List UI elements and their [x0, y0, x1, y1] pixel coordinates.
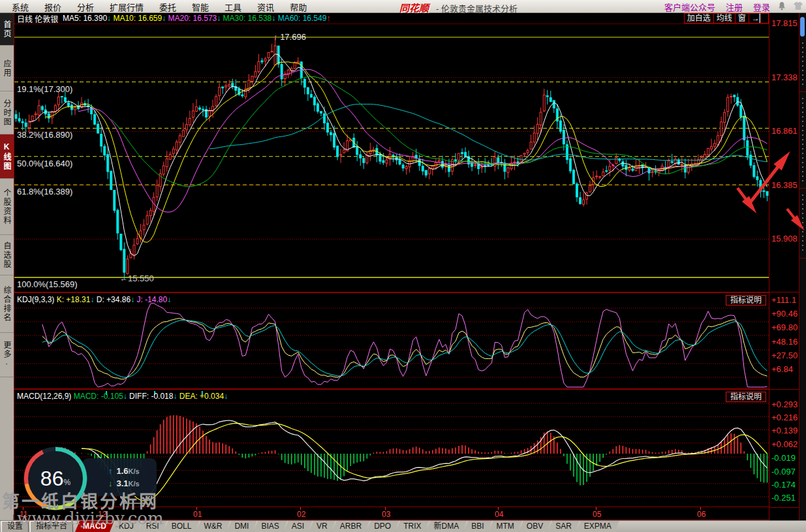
peak-price-label: ↑ 17.696 [273, 32, 306, 42]
macd-axis-label-1: +0.216 [771, 413, 798, 422]
sidebar-filler [0, 377, 14, 514]
sidebar-item-7[interactable]: 更多· [0, 333, 14, 377]
sidebar-item-5[interactable]: 自选股 [0, 235, 14, 275]
menu-bar: 系统报价分析扩展行情委托智能工具资讯帮助 [4, 0, 315, 13]
price-axis-label-1: 17.338 [771, 72, 798, 82]
macd-axis-label-7: -0.251 [771, 493, 796, 503]
kdj-indicator-help-button[interactable]: 指标说明 [726, 295, 766, 305]
tab-dpo[interactable]: DPO [366, 521, 399, 532]
title-bar: 系统报价分析扩展行情委托智能工具资讯帮助 同花顺 - 伦敦贵金属技术分析 客户端… [0, 0, 806, 13]
account-link-0[interactable]: 客户端公众号 [664, 1, 715, 13]
price-axis-column: 17.81517.33816.86116.38515.908+111.1+90.… [769, 13, 799, 520]
health-gauge[interactable]: 86 % [23, 446, 87, 510]
sidebar-item-1[interactable]: 应用 [0, 46, 14, 91]
app-logo: 同花顺 [399, 1, 429, 14]
tab-boll[interactable]: BOLL [164, 521, 200, 532]
upload-arrow-icon: ↑ [108, 466, 113, 476]
month-label-1: 12 [98, 510, 106, 519]
tab-dmi[interactable]: DMI [226, 521, 256, 532]
month-label-3: 02 [297, 510, 305, 519]
fib-label-4: 100.0%(15.569) [17, 279, 78, 289]
ma-trend-arrow-4: ↑ [326, 14, 330, 23]
tabbar-button-1[interactable]: 指标平台 [30, 521, 73, 532]
macd-axis-label-5: -0.097 [771, 467, 796, 477]
header-button-2[interactable]: 窗 [735, 13, 749, 23]
price-axis-label-2: 16.861 [771, 126, 798, 136]
month-label-2: 01 [193, 510, 202, 519]
left-sidebar: 首页应用分时图K线图个股资料自选股综合排名更多· [0, 13, 14, 520]
tab-vr[interactable]: VR [309, 521, 335, 532]
ma-legend-2: MA20: 16.573 [166, 14, 217, 23]
month-label-6: 05 [593, 510, 601, 519]
month-label-7: 06 [697, 510, 705, 519]
notification-bell-icon[interactable] [777, 1, 786, 11]
account-link-1[interactable]: 注册 [726, 1, 743, 13]
sidebar-item-2[interactable]: 分时图 [0, 91, 14, 134]
tab-macd[interactable]: MACD [75, 521, 114, 532]
sidebar-item-3[interactable]: K线图 [0, 134, 14, 179]
collapse-panel-icon[interactable]: →▏ [749, 13, 769, 23]
time-axis: 1112010203040506 [14, 507, 769, 520]
tab-bbi[interactable]: BBI [463, 521, 491, 532]
period-label[interactable]: 日线 [14, 13, 33, 24]
tab-arbr[interactable]: ARBR [332, 521, 369, 532]
ma-legend-4: MA60: 16.549 [275, 14, 326, 23]
tabbar-button-0[interactable]: 设置 [1, 521, 29, 532]
menu-item-2[interactable]: 分析 [69, 1, 102, 13]
ma-legend-0: MA5: 16.390 [61, 14, 107, 23]
trough-price-label: ←15.550 [119, 274, 154, 283]
tab-w-r[interactable]: W&R [196, 521, 230, 532]
kdj-axis-label-2: +69.80 [771, 322, 798, 332]
month-label-0: 11 [20, 510, 27, 519]
tab--dma[interactable]: 新DMA [426, 521, 467, 532]
right-collapsed-panel[interactable] [799, 13, 806, 520]
scrollbar-thumb[interactable] [800, 17, 805, 37]
tab-bias[interactable]: BIAS [253, 521, 287, 532]
gauge-percent: 86 [40, 467, 64, 491]
fib-label-0: 19.1%(17.300) [17, 84, 72, 94]
sidebar-item-6[interactable]: 综合排名 [0, 275, 14, 333]
header-button-0[interactable]: 加自选 [684, 13, 714, 23]
chart-header: 日线 伦敦银 MA5: 16.390↓ MA10: 16.659↓ MA20: … [14, 13, 769, 24]
price-axis-label-3: 16.385 [771, 180, 798, 190]
kdj-axis-label-0: +111.1 [771, 295, 796, 305]
tab-obv[interactable]: OBV [519, 521, 551, 532]
fib-label-2: 50.0%(16.640) [17, 159, 72, 168]
price-axis-label-4: 15.908 [771, 234, 798, 243]
tab-asi[interactable]: ASI [284, 521, 312, 532]
tab-mtm[interactable]: MTM [489, 521, 522, 532]
sidebar-item-4[interactable]: 个股资料 [0, 179, 14, 235]
sidebar-item-0[interactable]: 首页 [0, 13, 14, 46]
ma-legend-3: MA30: 16.538 [221, 14, 271, 23]
macd-header: MACD(12,26,9) MACD: -0.105↓ DIFF: -0.018… [17, 392, 228, 401]
tab-rsi[interactable]: RSI [138, 521, 167, 532]
tab-expma[interactable]: EXPMA [576, 521, 619, 532]
menu-item-5[interactable]: 智能 [184, 1, 217, 13]
menu-item-1[interactable]: 报价 [37, 1, 69, 13]
kdj-chart[interactable] [14, 293, 769, 388]
menu-item-8[interactable]: 帮助 [282, 1, 315, 13]
fib-label-3: 61.8%(16.389) [17, 187, 72, 196]
indicator-tab-bar: 设置指标平台 MACDKDJRSIBOLLW&RDMIBIASASIVRARBR… [0, 520, 806, 532]
ma-legend-1: MA10: 16.659 [111, 14, 162, 23]
menu-item-4[interactable]: 委托 [151, 1, 184, 13]
account-link-2[interactable]: 登录 [753, 1, 770, 13]
macd-indicator-help-button[interactable]: 指标说明 [726, 392, 766, 402]
theme-shirt-icon[interactable] [793, 1, 803, 11]
tab-sar[interactable]: SAR [548, 521, 580, 532]
tab-trix[interactable]: TRIX [395, 521, 429, 532]
symbol-label[interactable]: 伦敦银 [35, 13, 58, 24]
menu-item-6[interactable]: 工具 [217, 1, 249, 13]
kdj-axis-label-1: +90.46 [771, 309, 798, 319]
header-button-1[interactable]: 均线 [713, 13, 736, 23]
app-window: 系统报价分析扩展行情委托智能工具资讯帮助 同花顺 - 伦敦贵金属技术分析 客户端… [0, 0, 806, 532]
menu-item-0[interactable]: 系统 [4, 1, 37, 13]
menu-item-7[interactable]: 资讯 [249, 1, 282, 13]
month-label-4: 03 [382, 510, 390, 519]
tab-kdj[interactable]: KDJ [111, 521, 142, 532]
candlestick-chart[interactable] [14, 24, 769, 292]
download-arrow-icon: ↓ [108, 478, 113, 488]
macd-axis-label-3: +0.062 [771, 439, 798, 449]
menu-item-3[interactable]: 扩展行情 [102, 1, 151, 13]
kdj-axis-label-5: +6.84 [771, 364, 793, 374]
